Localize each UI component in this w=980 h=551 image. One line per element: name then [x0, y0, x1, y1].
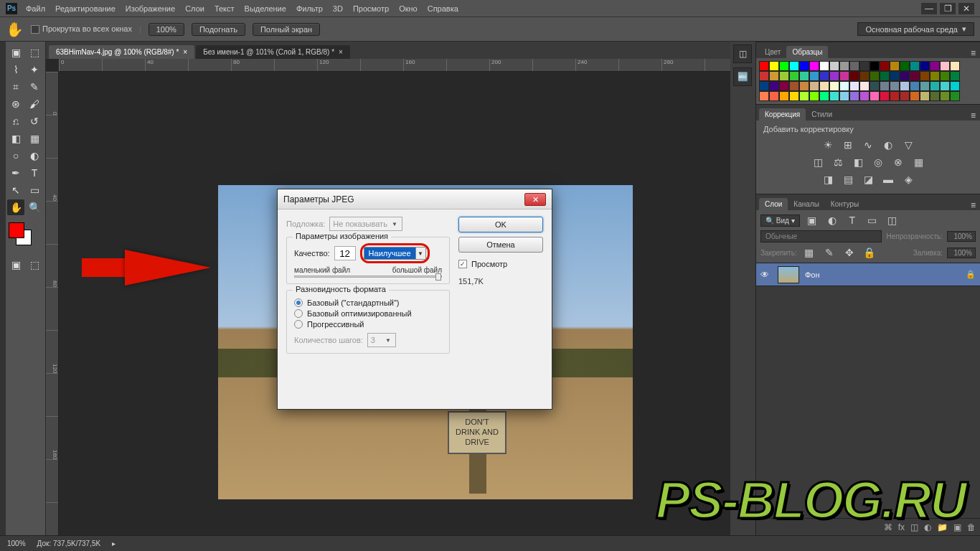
fill-input[interactable]: 100%	[947, 248, 976, 258]
swatch[interactable]	[789, 61, 799, 71]
swatch[interactable]	[880, 81, 890, 91]
swatch[interactable]	[870, 61, 880, 71]
swatch[interactable]	[930, 91, 940, 101]
path-tool[interactable]: ↖	[7, 182, 24, 198]
doc-size-status[interactable]: Док: 737,5K/737,5K	[37, 540, 101, 547]
panel-menu-icon[interactable]: ≡	[966, 200, 980, 210]
menu-view[interactable]: Просмотр	[353, 4, 389, 13]
format-baseline-radio[interactable]: Базовый ("стандартный")	[294, 298, 442, 307]
dialog-close-button[interactable]: ✕	[524, 193, 546, 206]
eraser-tool[interactable]: ◧	[7, 131, 24, 146]
swatch[interactable]	[769, 81, 779, 91]
swatch[interactable]	[829, 91, 839, 101]
swatch[interactable]	[799, 61, 809, 71]
swatch[interactable]	[900, 81, 910, 91]
styles-tab[interactable]: Стили	[806, 108, 838, 121]
history-brush-tool[interactable]: ↺	[26, 113, 43, 129]
swatch[interactable]	[829, 81, 839, 91]
menu-text[interactable]: Текст	[215, 4, 235, 13]
opacity-input[interactable]: 100%	[947, 231, 976, 242]
swatch[interactable]	[859, 61, 870, 71]
swatch[interactable]	[890, 81, 900, 91]
swatch[interactable]	[940, 71, 950, 81]
swatch[interactable]	[769, 71, 779, 81]
balance-icon[interactable]: ⚖	[830, 155, 846, 169]
panel-menu-icon[interactable]: ≡	[966, 110, 980, 121]
zoom-tool[interactable]: 🔍	[26, 199, 43, 215]
vibrance-icon[interactable]: ▽	[900, 138, 916, 152]
swatch[interactable]	[880, 61, 890, 71]
swatch[interactable]	[940, 81, 950, 91]
healing-tool[interactable]: ⊛	[7, 96, 24, 112]
filter-smart-icon[interactable]: ◫	[885, 213, 900, 227]
fit-button[interactable]: Подогнать	[192, 23, 245, 36]
swatch[interactable]	[779, 61, 789, 71]
photo-filter-icon[interactable]: ◎	[870, 155, 886, 169]
foreground-color[interactable]	[9, 222, 24, 238]
swatch[interactable]	[799, 71, 809, 81]
zoom-status[interactable]: 100%	[7, 540, 26, 547]
lookup-icon[interactable]: ▦	[910, 155, 926, 169]
blend-mode-combo[interactable]: Обычные	[760, 230, 882, 242]
swatch[interactable]	[819, 91, 829, 101]
layer-name[interactable]: Фон	[805, 270, 820, 279]
swatch[interactable]	[859, 91, 870, 101]
swatch[interactable]	[799, 91, 809, 101]
swatch[interactable]	[940, 91, 950, 101]
threshold-icon[interactable]: ◪	[860, 172, 876, 187]
crop-tool[interactable]: ⌗	[7, 79, 24, 95]
swatch[interactable]	[809, 91, 819, 101]
lock-pixels-icon[interactable]: ▦	[801, 245, 817, 260]
workspace-selector[interactable]: Основная рабочая среда▾	[857, 22, 974, 36]
brightness-icon[interactable]: ☀	[820, 138, 836, 152]
swatch[interactable]	[880, 71, 890, 81]
scroll-all-checkbox[interactable]: Прокрутка во всех окнах	[31, 24, 132, 34]
type-tool[interactable]: T	[26, 165, 43, 181]
gradient-map-icon[interactable]: ▬	[880, 172, 896, 187]
swatch[interactable]	[759, 81, 769, 91]
menu-file[interactable]: Файл	[26, 4, 45, 13]
menu-edit[interactable]: Редактирование	[55, 4, 116, 13]
close-icon[interactable]: ×	[339, 48, 343, 56]
format-progressive-radio[interactable]: Прогрессивный	[294, 320, 442, 329]
wand-tool[interactable]: ✦	[26, 62, 43, 77]
swatch[interactable]	[900, 91, 910, 101]
swatch[interactable]	[809, 61, 819, 71]
swatch[interactable]	[799, 81, 809, 91]
swatch[interactable]	[950, 71, 960, 81]
channel-mixer-icon[interactable]: ⊗	[890, 155, 906, 169]
swatch[interactable]	[779, 91, 789, 101]
swatch[interactable]	[849, 81, 859, 91]
filter-images-icon[interactable]: ▣	[804, 213, 820, 227]
panel-strip-button[interactable]: 🔤	[733, 67, 752, 86]
quality-input[interactable]	[334, 246, 356, 260]
swatch[interactable]	[789, 91, 799, 101]
swatch[interactable]	[890, 61, 900, 71]
panel-menu-icon[interactable]: ≡	[966, 48, 980, 58]
hand-tool[interactable]: ✋	[7, 199, 24, 215]
layer-thumbnail[interactable]	[778, 266, 799, 283]
swatch[interactable]	[829, 71, 839, 81]
eyedropper-tool[interactable]: ✎	[26, 79, 43, 95]
maximize-button[interactable]: ❐	[940, 3, 956, 14]
swatch[interactable]	[819, 81, 829, 91]
lock-all-icon[interactable]: 🔒	[862, 245, 877, 260]
layers-tab[interactable]: Слои	[759, 198, 788, 210]
curves-icon[interactable]: ∿	[860, 138, 876, 152]
swatch[interactable]	[870, 91, 880, 101]
menu-3d[interactable]: 3D	[333, 4, 343, 13]
levels-icon[interactable]: ⊞	[840, 138, 856, 152]
swatch[interactable]	[839, 81, 849, 91]
swatch[interactable]	[900, 71, 910, 81]
quality-slider[interactable]	[294, 276, 442, 278]
swatch[interactable]	[839, 61, 849, 71]
slider-thumb[interactable]	[435, 273, 441, 281]
menu-help[interactable]: Справка	[428, 4, 458, 13]
swatch[interactable]	[940, 61, 950, 71]
swatch[interactable]	[849, 71, 859, 81]
swatch[interactable]	[930, 81, 940, 91]
format-optimized-radio[interactable]: Базовый оптимизированный	[294, 309, 442, 318]
filter-shape-icon[interactable]: ▭	[864, 213, 880, 227]
swatch[interactable]	[859, 81, 870, 91]
quality-preset-combo[interactable]: Наилучшее	[364, 247, 416, 260]
